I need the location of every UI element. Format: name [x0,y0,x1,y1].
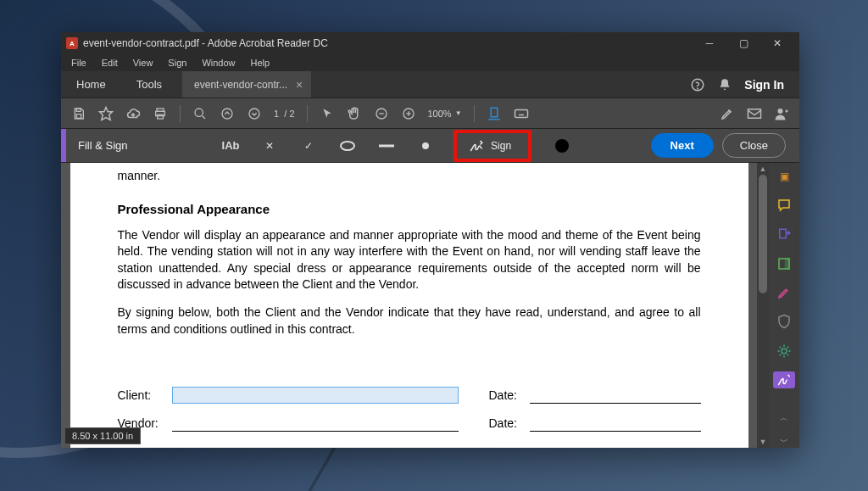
svg-rect-24 [748,109,761,118]
zoom-out-search-icon[interactable] [192,106,208,121]
svg-rect-18 [515,109,527,117]
menu-edit[interactable]: Edit [95,56,125,70]
svg-point-8 [195,109,203,116]
menu-sign[interactable]: Sign [161,56,193,70]
svg-rect-29 [780,229,787,238]
svg-point-28 [422,142,429,149]
scroll-thumb[interactable] [759,175,767,293]
optimize-icon[interactable] [773,343,795,360]
window-title: event-vendor-contract.pdf - Adobe Acroba… [83,37,693,49]
next-button[interactable]: Next [651,133,714,158]
page-up-icon[interactable] [220,106,235,121]
client-row: Client: Date: [118,387,701,404]
svg-rect-17 [491,108,498,117]
keyboard-icon[interactable] [514,106,529,121]
fill-sign-label: Fill & Sign [66,139,140,152]
save-icon[interactable] [71,106,86,121]
tab-document-label: event-vendor-contr... [194,79,287,91]
highlight-icon[interactable] [720,106,735,121]
sign-button-label: Sign [491,140,511,152]
client-signature-field[interactable] [172,387,459,404]
titlebar: A event-vendor-contract.pdf - Adobe Acro… [61,32,799,54]
tab-close-icon[interactable]: × [296,78,303,92]
zoom-out-icon[interactable] [374,106,389,121]
share-user-icon[interactable] [774,106,789,121]
page-number[interactable]: 1 / 2 [274,109,295,119]
maximize-button[interactable]: ▢ [726,32,760,54]
export-icon[interactable] [773,226,795,243]
menu-file[interactable]: File [64,56,93,70]
pointer-icon[interactable] [320,106,335,121]
star-icon[interactable] [98,106,114,121]
fill-sign-toolbar: Fill & Sign IAb ✕ ✓ Sign Next Close [61,129,799,163]
menu-view[interactable]: View [126,56,160,70]
comment-icon[interactable] [773,197,795,214]
color-swatch[interactable] [555,139,569,153]
scroll-down-icon[interactable]: ▼ [757,436,769,448]
svg-point-11 [249,109,259,119]
paragraph-2: By signing below, both the Client and th… [118,304,701,338]
close-button[interactable]: Close [722,133,786,158]
client-label: Client: [118,388,172,404]
panel-up-icon[interactable]: ︿ [780,412,788,424]
scroll-up-icon[interactable]: ▲ [757,163,769,175]
fit-width-icon[interactable] [487,106,502,121]
page-down-icon[interactable] [247,106,262,121]
edit-icon[interactable] [773,255,795,272]
client-date-field[interactable] [530,388,701,404]
signature-icon [469,138,484,153]
acrobat-window: A event-vendor-contract.pdf - Adobe Acro… [61,32,799,448]
line-tool[interactable] [377,144,396,148]
tabbar: Home Tools event-vendor-contr... × Sign … [61,71,799,98]
zoom-level[interactable]: 100% ▼ [428,109,462,119]
heading-professional-appearance: Professional Appearance [118,201,701,219]
vendor-date-field[interactable] [530,416,701,432]
add-text-tool[interactable]: IAb [221,139,240,152]
panel-down-icon[interactable]: ﹀ [780,436,788,448]
main-toolbar: 1 / 2 100% ▼ [61,98,799,129]
dot-tool[interactable] [416,142,435,149]
signin-button[interactable]: Sign In [744,78,784,92]
paragraph-1: The Vendor will display an appearance an… [118,227,701,293]
tab-document[interactable]: event-vendor-contr... × [182,71,311,98]
highlight2-icon[interactable] [773,284,795,301]
window-close-button[interactable]: ✕ [760,32,794,54]
svg-point-1 [698,88,698,89]
svg-point-10 [222,109,232,119]
svg-marker-4 [100,107,113,120]
vertical-scrollbar[interactable]: ▲ ▼ [757,163,769,448]
cross-tool[interactable]: ✕ [260,140,279,152]
cloud-icon[interactable] [125,106,141,121]
svg-point-32 [782,349,787,354]
tab-home[interactable]: Home [61,71,121,98]
zoom-in-icon[interactable] [401,106,416,121]
svg-rect-31 [786,259,790,269]
print-icon[interactable] [153,106,168,121]
pdf-app-icon: A [66,37,78,49]
hand-icon[interactable] [347,106,362,121]
sign-button[interactable]: Sign [453,130,531,162]
tab-tools[interactable]: Tools [121,71,177,98]
bell-icon[interactable] [717,77,732,92]
circle-tool[interactable] [338,140,357,152]
search-tool-icon[interactable]: ▣ [773,168,795,185]
right-side-panel: ▣ ︿ ﹀ [769,163,799,448]
protect-icon[interactable] [773,313,795,330]
menubar: File Edit View Sign Window Help [61,54,799,71]
document-viewport[interactable]: manner. Professional Appearance The Vend… [61,163,757,448]
page-dimensions: 8.50 x 11.00 in [64,427,141,444]
menu-window[interactable]: Window [195,56,242,70]
menu-help[interactable]: Help [244,56,277,70]
vendor-date-label: Date: [489,416,530,432]
mail-icon[interactable] [747,106,762,121]
svg-rect-3 [76,114,81,118]
vendor-signature-field[interactable] [172,416,459,432]
minimize-button[interactable]: ─ [693,32,726,54]
svg-point-25 [778,109,783,114]
help-icon[interactable] [690,77,705,92]
fillsign-tool-icon[interactable] [773,371,795,388]
vendor-row: Vendor: Date: [118,416,701,432]
pdf-page: manner. Professional Appearance The Vend… [70,163,748,448]
client-date-label: Date: [489,388,530,404]
check-tool[interactable]: ✓ [299,140,318,152]
